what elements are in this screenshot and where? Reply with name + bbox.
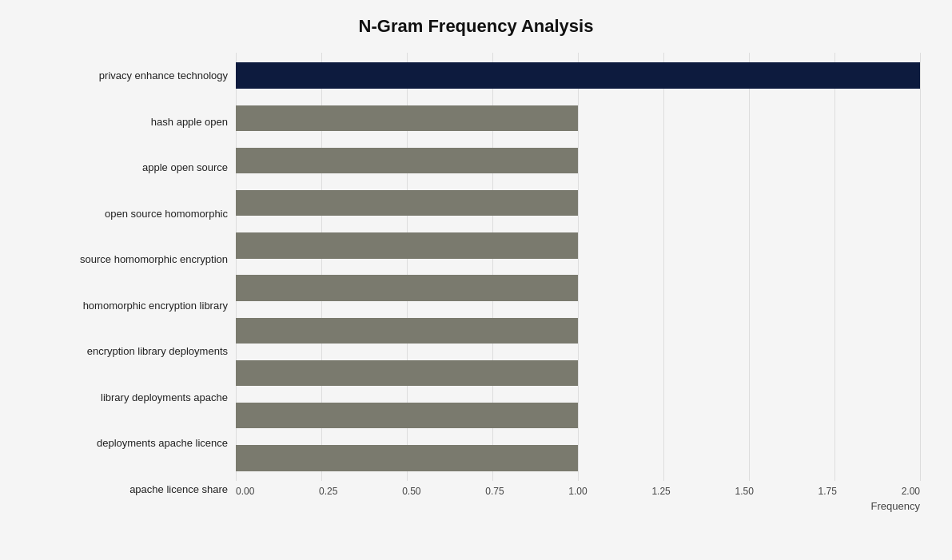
x-tick: 0.00 — [236, 486, 254, 497]
y-label: privacy enhance technology — [99, 70, 228, 81]
bar — [236, 445, 578, 471]
grid-and-bars — [236, 53, 920, 481]
bar-row — [236, 395, 920, 437]
bar-row — [236, 309, 920, 351]
bar-row — [236, 437, 920, 479]
bar — [236, 105, 578, 132]
bars-wrapper — [236, 53, 920, 481]
x-tick: 1.00 — [568, 486, 587, 497]
bar-row — [236, 54, 920, 97]
x-tick: 1.75 — [819, 486, 837, 497]
x-tick: 1.25 — [651, 486, 670, 497]
bar — [236, 232, 578, 259]
bar-row — [236, 182, 920, 224]
bar-row — [236, 97, 920, 139]
x-tick: 1.50 — [735, 486, 753, 497]
x-axis: 0.000.250.500.751.001.251.501.752.00 — [236, 481, 920, 497]
bar — [236, 62, 920, 89]
bar — [236, 318, 578, 344]
y-label: library deployments apache — [101, 392, 228, 403]
y-label: open source homomorphic — [105, 209, 228, 219]
x-tick: 0.25 — [319, 486, 337, 497]
chart-title: N-Gram Frequency Analysis — [359, 16, 594, 37]
y-label: hash apple open — [151, 117, 228, 127]
y-label: apache licence share — [129, 484, 228, 494]
bar-row — [236, 351, 920, 394]
y-label: encryption library deployments — [87, 346, 228, 356]
bars-and-grid: 0.000.250.500.751.001.251.501.752.00 Fre… — [236, 53, 920, 512]
bar — [236, 148, 578, 174]
y-label: homomorphic encryption library — [83, 300, 228, 311]
y-label: source homomorphic encryption — [80, 254, 228, 264]
bar — [236, 190, 578, 216]
x-tick: 0.75 — [485, 486, 504, 497]
chart-container: N-Gram Frequency Analysis privacy enhanc… — [0, 0, 952, 560]
x-tick: 0.50 — [402, 486, 420, 497]
y-label: apple open source — [142, 162, 228, 173]
bar-row — [236, 267, 920, 309]
bar — [236, 360, 578, 387]
grid-line — [920, 53, 921, 481]
bar — [236, 275, 578, 301]
bar-row — [236, 139, 920, 181]
chart-area: privacy enhance technologyhash apple ope… — [32, 53, 920, 512]
x-tick: 2.00 — [902, 486, 920, 497]
y-axis-labels: privacy enhance technologyhash apple ope… — [32, 53, 236, 512]
bottom-section: 0.000.250.500.751.001.251.501.752.00 Fre… — [236, 481, 920, 512]
bar-row — [236, 224, 920, 267]
y-label: deployments apache licence — [97, 438, 228, 448]
bar — [236, 403, 578, 429]
x-axis-label: Frequency — [871, 500, 920, 512]
